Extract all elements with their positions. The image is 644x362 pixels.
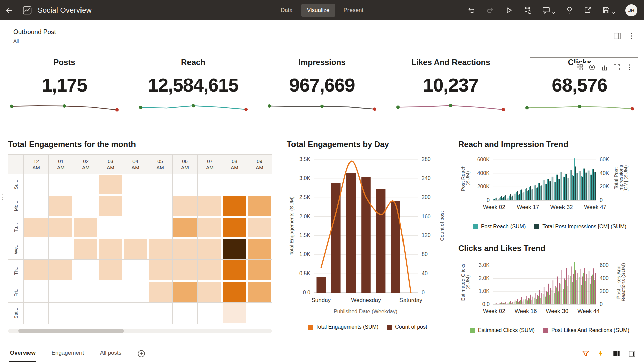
heatmap-cell[interactable] [222,238,247,260]
heatmap-cell[interactable] [247,238,272,260]
canvas-tab-engagement[interactable]: Engagement [51,345,85,362]
heatmap-cell[interactable] [247,281,272,303]
kpi-tile-likes-and-reactions[interactable]: Likes And Reactions10,237 [386,57,515,128]
save-button[interactable] [602,6,615,14]
scrollbar-thumb[interactable] [18,329,124,333]
mode-tab-visualize[interactable]: Visualize [301,4,335,17]
insights-button[interactable] [565,6,574,14]
heatmap-cell[interactable] [222,303,247,324]
comments-button[interactable] [542,6,555,14]
heatmap-cell[interactable] [98,281,123,303]
heatmap-cell[interactable] [222,260,247,281]
grid-view-button[interactable] [613,32,621,40]
filter-value[interactable]: All [13,38,56,44]
heatmap-cell[interactable] [222,281,247,303]
user-avatar[interactable]: JH [625,4,637,16]
heatmap-cell[interactable] [247,217,272,238]
run-button[interactable] [504,6,513,15]
heatmap-cell[interactable] [148,195,173,217]
heatmap-cell[interactable] [148,281,173,303]
auto-apply-button[interactable] [597,350,605,358]
heatmap-cell[interactable] [24,281,49,303]
heatmap-cell[interactable] [247,260,272,281]
heatmap-cell[interactable] [24,260,49,281]
kpi-tile-clicks[interactable]: Clicks68,576 [515,57,644,128]
heatmap-cell[interactable] [98,195,123,217]
heatmap-cell[interactable] [173,195,198,217]
more-options-button[interactable] [628,32,635,40]
kpi-tile-posts[interactable]: Posts1,175 [0,57,129,128]
heatmap-cell[interactable] [73,217,98,238]
heatmap-cell[interactable] [73,238,98,260]
chart-type-button[interactable] [600,63,608,71]
focus-button[interactable] [588,63,596,71]
heatmap-cell[interactable] [49,195,73,217]
mode-tab-data[interactable]: Data [275,4,299,17]
heatmap-cell[interactable] [198,281,222,303]
canvas-filter-button[interactable] [582,350,590,358]
heatmap-cell[interactable] [98,303,123,324]
heatmap-cell[interactable] [148,260,173,281]
heatmap-cell[interactable] [123,303,148,324]
clicks-trend-chart[interactable]: 0.001.0K2002.0K4003.0K600Week 02Week 16W… [458,255,641,325]
heatmap-cell[interactable] [73,260,98,281]
heatmap-cell[interactable] [148,174,173,195]
heatmap-cell[interactable] [73,174,98,195]
heatmap-cell[interactable] [24,174,49,195]
heatmap-cell[interactable] [49,281,73,303]
heatmap-cell[interactable] [198,303,222,324]
heatmap-cell[interactable] [73,281,98,303]
heatmap-cell[interactable] [73,303,98,324]
layout-right-button[interactable] [628,350,636,358]
kpi-tile-reach[interactable]: Reach12,584,615 [129,57,258,128]
add-canvas-button[interactable] [136,349,146,359]
export-button[interactable] [584,6,592,14]
heatmap-cell[interactable] [123,260,148,281]
more-options-button[interactable] [625,63,633,71]
heatmap-cell[interactable] [24,303,49,324]
layout-left-button[interactable] [612,350,621,358]
heatmap-cell[interactable] [98,260,123,281]
heatmap-cell[interactable] [173,174,198,195]
heatmap-cell[interactable] [173,260,198,281]
heatmap-cell[interactable] [222,195,247,217]
undo-button[interactable] [467,6,476,15]
heatmap-cell[interactable] [198,260,222,281]
heatmap-scrollbar[interactable] [8,329,272,333]
heatmap-cell[interactable] [49,174,73,195]
heatmap-cell[interactable] [148,217,173,238]
heatmap-cell[interactable] [24,238,49,260]
heatmap-cell[interactable] [49,260,73,281]
heatmap-cell[interactable] [148,303,173,324]
heatmap-cell[interactable] [24,217,49,238]
heatmap-cell[interactable] [98,217,123,238]
heatmap-cell[interactable] [173,238,198,260]
heatmap-cell[interactable] [247,303,272,324]
heatmap-cell[interactable] [198,238,222,260]
heatmap-cell[interactable] [73,195,98,217]
heatmap-cell[interactable] [123,238,148,260]
heatmap-cell[interactable] [173,281,198,303]
heatmap-cell[interactable] [148,238,173,260]
maximize-button[interactable] [613,63,621,71]
heatmap-cell[interactable] [24,195,49,217]
heatmap-cell[interactable] [49,238,73,260]
refresh-data-button[interactable] [523,6,532,15]
heatmap-cell[interactable] [173,303,198,324]
redo-button[interactable] [486,6,494,15]
heatmap-cell[interactable] [98,238,123,260]
panel-resize-handle[interactable] [1,194,3,200]
heatmap-cell[interactable] [49,217,73,238]
canvas-tab-all-posts[interactable]: All posts [99,345,122,362]
heatmap-cell[interactable] [49,303,73,324]
kpi-tile-impressions[interactable]: Impressions967,669 [258,57,386,128]
reach-trend-chart[interactable]: 00200K20K400K40K600K60KWeek 02Week 17Wee… [458,151,641,221]
heatmap-cell[interactable] [173,217,198,238]
heatmap-cell[interactable] [123,281,148,303]
heatmap-cell[interactable] [222,217,247,238]
back-button[interactable] [0,0,19,20]
heatmap-cell[interactable] [247,195,272,217]
heatmap-cell[interactable] [198,174,222,195]
heatmap-cell[interactable] [198,217,222,238]
mode-tab-present[interactable]: Present [338,4,369,17]
